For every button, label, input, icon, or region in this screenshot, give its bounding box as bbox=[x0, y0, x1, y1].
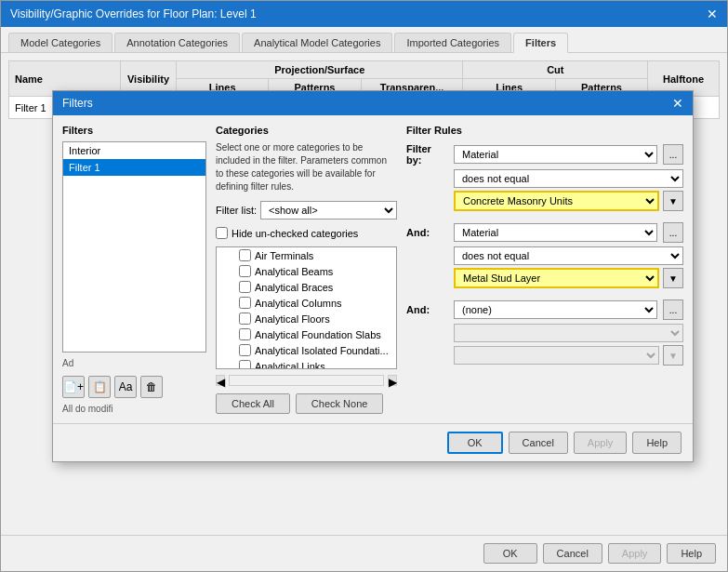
filter-list-select[interactable]: <show all> bbox=[260, 201, 397, 219]
tree-item-analytical-columns[interactable]: Analytical Columns bbox=[217, 295, 396, 311]
scroll-track[interactable] bbox=[229, 375, 384, 386]
main-window: Visibility/Graphic Overrides for Floor P… bbox=[0, 0, 728, 572]
tab-bar: Model Categories Annotation Categories A… bbox=[1, 27, 727, 53]
tree-checkbox-analytical-links[interactable] bbox=[239, 360, 251, 369]
dialog-title-bar: Filters ✕ bbox=[53, 91, 693, 115]
rule2-condition-row: does not equal bbox=[454, 246, 683, 265]
rule2-value-row: Metal Stud Layer ▼ bbox=[454, 268, 683, 288]
rule3-filter-by-select[interactable]: (none) bbox=[454, 300, 657, 319]
rule1-filter-by-row: Filter by: Material ... bbox=[406, 143, 683, 166]
rename-icon: Aa bbox=[119, 380, 133, 393]
tree-label-analytical-columns: Analytical Columns bbox=[255, 298, 342, 309]
dialog-body: Filters Interior Filter 1 Ad 📄+ 📋 bbox=[53, 115, 693, 423]
copy-filter-btn[interactable]: 📋 bbox=[88, 376, 111, 398]
scroll-left-btn[interactable]: ◀ bbox=[216, 375, 225, 386]
rule2-and-label: And: bbox=[406, 227, 448, 238]
check-buttons-row: Check All Check None bbox=[216, 393, 397, 414]
filter-action-buttons: 📄+ 📋 Aa 🗑 bbox=[62, 376, 206, 398]
rule3-value-options-btn: ▼ bbox=[663, 345, 683, 366]
rule2-value-options-btn[interactable]: ▼ bbox=[663, 268, 683, 288]
rename-filter-btn[interactable]: Aa bbox=[114, 376, 137, 398]
dialog-ok-btn[interactable]: OK bbox=[447, 432, 503, 454]
add-filter-btn[interactable]: 📄+ bbox=[62, 376, 85, 398]
check-all-btn[interactable]: Check All bbox=[216, 393, 290, 414]
tree-checkbox-analytical-isolated[interactable] bbox=[239, 344, 251, 356]
filter-item-interior[interactable]: Interior bbox=[63, 142, 205, 159]
add-icon: 📄+ bbox=[63, 380, 84, 393]
dialog-cancel-btn[interactable]: Cancel bbox=[509, 432, 568, 454]
rule3-and-row: And: (none) ... bbox=[406, 299, 683, 320]
rule2-condition-select[interactable]: does not equal bbox=[454, 246, 683, 265]
filter-rules-title: Filter Rules bbox=[406, 125, 683, 136]
tree-item-analytical-foundation-slabs[interactable]: Analytical Foundation Slabs bbox=[217, 326, 396, 342]
tree-checkbox-analytical-floors[interactable] bbox=[239, 313, 251, 325]
tree-checkbox-analytical-braces[interactable] bbox=[239, 281, 251, 293]
rule3-value-select bbox=[454, 346, 659, 365]
tree-item-analytical-beams[interactable]: Analytical Beams bbox=[217, 263, 396, 279]
hide-unchecked-checkbox[interactable] bbox=[216, 227, 228, 239]
hide-unchecked-row: Hide un-checked categories bbox=[216, 227, 397, 239]
main-apply-btn[interactable]: Apply bbox=[608, 543, 662, 564]
tree-item-analytical-braces[interactable]: Analytical Braces bbox=[217, 279, 396, 295]
tree-item-analytical-links[interactable]: Analytical Links bbox=[217, 358, 396, 369]
tree-label-analytical-beams: Analytical Beams bbox=[255, 266, 333, 277]
filters-list: Interior Filter 1 bbox=[62, 141, 206, 353]
filter-item-filter1[interactable]: Filter 1 bbox=[63, 159, 205, 176]
rule3-condition-row bbox=[454, 324, 683, 342]
rule2-and-row: And: Material ... bbox=[406, 222, 683, 243]
dialog-apply-btn[interactable]: Apply bbox=[574, 432, 628, 454]
tab-model-categories[interactable]: Model Categories bbox=[8, 33, 113, 52]
dialog-close-btn[interactable]: ✕ bbox=[672, 96, 683, 111]
rule1-value-select[interactable]: Concrete Masonry Units bbox=[454, 191, 659, 211]
rule2-filter-by-select[interactable]: Material bbox=[454, 223, 657, 242]
rule1-filter-by-select[interactable]: Material bbox=[454, 145, 657, 164]
rule1-filter-by-label: Filter by: bbox=[406, 143, 448, 166]
filters-dialog: Filters ✕ Filters Interior Filter 1 Ad bbox=[52, 90, 694, 462]
tab-imported-categories[interactable]: Imported Categories bbox=[394, 33, 511, 52]
main-cancel-btn[interactable]: Cancel bbox=[543, 543, 602, 564]
tree-scrollbar-row: ◀ ▶ bbox=[216, 375, 397, 386]
main-close-btn[interactable]: ✕ bbox=[707, 7, 718, 21]
rule2-block: And: Material ... does not equal bbox=[406, 222, 683, 288]
tree-checkbox-analytical-beams[interactable] bbox=[239, 265, 251, 277]
tree-item-analytical-isolated[interactable]: Analytical Isolated Foundati... bbox=[217, 342, 396, 358]
tree-checkbox-analytical-foundation-slabs[interactable] bbox=[239, 328, 251, 340]
filters-panel-note: Ad bbox=[62, 358, 206, 368]
main-window-title: Visibility/Graphic Overrides for Floor P… bbox=[10, 7, 257, 20]
rule2-options-btn[interactable]: ... bbox=[663, 222, 683, 243]
dialog-help-btn[interactable]: Help bbox=[632, 432, 682, 454]
rule3-value-row: ▼ bbox=[454, 345, 683, 366]
filter-list-row: Filter list: <show all> bbox=[216, 201, 397, 219]
rule1-block: Filter by: Material ... does not equal bbox=[406, 143, 683, 211]
rule1-options-btn[interactable]: ... bbox=[663, 144, 683, 165]
tab-filters[interactable]: Filters bbox=[513, 33, 568, 53]
tree-label-analytical-braces: Analytical Braces bbox=[255, 282, 333, 293]
main-ok-btn[interactable]: OK bbox=[483, 543, 537, 564]
tree-item-analytical-floors[interactable]: Analytical Floors bbox=[217, 311, 396, 326]
rule1-condition-row: does not equal bbox=[454, 169, 683, 188]
main-bottom-buttons: OK Cancel Apply Help bbox=[1, 535, 727, 571]
filters-panel-title: Filters bbox=[62, 125, 206, 136]
rule1-condition-select[interactable]: does not equal bbox=[454, 169, 683, 188]
tree-label-air-terminals: Air Terminals bbox=[255, 250, 313, 261]
scroll-right-btn[interactable]: ▶ bbox=[388, 375, 397, 386]
check-none-btn[interactable]: Check None bbox=[296, 393, 384, 414]
tree-checkbox-analytical-columns[interactable] bbox=[239, 297, 251, 309]
hide-unchecked-label: Hide un-checked categories bbox=[232, 228, 358, 239]
rule3-options-btn[interactable]: ... bbox=[663, 299, 683, 320]
tree-label-analytical-foundation-slabs: Analytical Foundation Slabs bbox=[255, 329, 381, 340]
categories-panel: Categories Select one or more categories… bbox=[216, 125, 397, 414]
categories-panel-title: Categories bbox=[216, 125, 397, 136]
tab-analytical-model-categories[interactable]: Analytical Model Categories bbox=[242, 33, 392, 52]
dialog-title: Filters bbox=[62, 97, 93, 110]
tree-checkbox-air-terminals[interactable] bbox=[239, 249, 251, 261]
rule1-value-options-btn[interactable]: ▼ bbox=[663, 191, 683, 211]
tab-annotation-categories[interactable]: Annotation Categories bbox=[114, 33, 240, 52]
col-header-cut: Cut bbox=[463, 61, 648, 79]
rule2-value-select[interactable]: Metal Stud Layer bbox=[454, 268, 659, 288]
tree-item-air-terminals[interactable]: Air Terminals bbox=[217, 247, 396, 263]
rule1-value-row: Concrete Masonry Units ▼ bbox=[454, 191, 683, 211]
delete-filter-btn[interactable]: 🗑 bbox=[140, 376, 163, 398]
main-help-btn[interactable]: Help bbox=[667, 543, 716, 564]
delete-icon: 🗑 bbox=[146, 380, 157, 393]
